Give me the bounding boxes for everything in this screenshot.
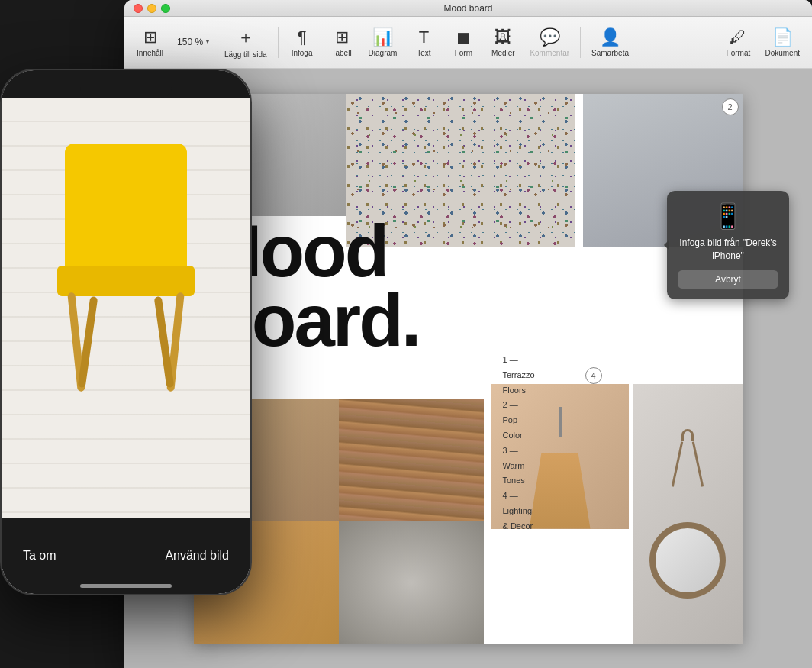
image-wood — [339, 399, 484, 521]
toolbar-tabell[interactable]: ⊞ Tabell — [323, 22, 361, 63]
iphone-body: Ta om Använd bild — [0, 69, 252, 595]
toolbar-innehall[interactable]: ⊞ Innehåll — [130, 22, 169, 63]
zoom-icon: 150 % ▼ — [177, 37, 211, 47]
zoom-arrow-icon: ▼ — [205, 38, 211, 45]
iphone-photo — [2, 98, 250, 545]
text-icon: T — [419, 27, 429, 47]
toolbar-dokument[interactable]: 📄 Dokument — [759, 22, 806, 63]
format-icon: 🖊 — [730, 27, 746, 47]
tabell-icon: ⊞ — [335, 27, 349, 47]
legend-item-3: 3 — Warm Tones — [503, 444, 535, 489]
legend-item-4: 4 — Lighting & Decor — [503, 489, 535, 534]
page-number-2: 2 — [722, 98, 739, 115]
dokument-label: Dokument — [765, 49, 800, 57]
toolbar-text[interactable]: T Text — [404, 22, 443, 63]
iphone-bottom-bar: Ta om Använd bild — [2, 518, 250, 594]
medier-icon: 🖼 — [495, 27, 511, 47]
diagram-icon: 📊 — [372, 27, 393, 47]
moodboard-grid: Mood Board. — [194, 94, 743, 644]
infoga-icon: ¶ — [298, 27, 307, 47]
infoga-label: Infoga — [292, 49, 313, 57]
format-label: Format — [727, 49, 751, 57]
mirror-circle — [649, 522, 726, 599]
kommentar-icon: 💬 — [540, 27, 560, 47]
toolbar-medier[interactable]: 🖼 Medier — [484, 22, 522, 63]
iphone-device: Ta om Använd bild — [0, 69, 252, 595]
toolbar-samarbeta[interactable]: 👤 Samarbeta — [585, 22, 635, 63]
toolbar-kommentar: 💬 Kommentar — [524, 22, 575, 63]
medier-label: Medier — [491, 49, 515, 57]
window-title: Mood board — [443, 3, 492, 14]
samarbeta-icon: 👤 — [600, 27, 620, 47]
chair-image — [2, 98, 250, 545]
traffic-lights — [134, 4, 170, 13]
toolbar-form[interactable]: ◼ Form — [444, 22, 482, 63]
toolbar-divider-2 — [580, 27, 581, 58]
minimize-button[interactable] — [147, 4, 156, 13]
moodboard-title-line1: Mood — [201, 216, 583, 286]
moodboard-title: Mood Board. — [194, 216, 583, 355]
image-area-bottom-right: 1 — Terrazzo Floors 2 — Pop Color 3 — Wa… — [491, 384, 743, 644]
lagg-till-sida-label: Lägg till sida — [224, 50, 267, 59]
toolbar-zoom[interactable]: 150 % ▼ — [171, 22, 217, 63]
innehall-icon: ⊞ — [143, 27, 157, 47]
text-label: Text — [417, 49, 430, 57]
title-bar: Mood board — [124, 0, 812, 17]
legend-item-1: 1 — Terrazzo Floors — [503, 353, 535, 398]
innehall-label: Innehåll — [137, 49, 163, 57]
toolbar-infoga[interactable]: ¶ Infoga — [283, 22, 321, 63]
toolbar: ⊞ Innehåll 150 % ▼ ＋ Lägg till sida ¶ In… — [124, 17, 812, 69]
dokument-icon: 📄 — [772, 27, 793, 47]
legend-container: 1 — Terrazzo Floors 2 — Pop Color 3 — Wa… — [495, 533, 504, 542]
tabell-label: Tabell — [332, 49, 352, 57]
form-label: Form — [455, 49, 472, 57]
iphone-use-button[interactable]: Använd bild — [165, 549, 229, 563]
iphone-retake-button[interactable]: Ta om — [23, 549, 56, 563]
iphone-notch — [80, 79, 172, 98]
toolbar-diagram[interactable]: 📊 Diagram — [362, 22, 404, 63]
kommentar-label: Kommentar — [530, 49, 569, 57]
image-rug — [339, 521, 484, 644]
diagram-label: Diagram — [369, 49, 398, 57]
iphone-popup-icon: 📱 — [678, 202, 778, 231]
form-icon: ◼ — [456, 27, 470, 47]
moodboard-legend: 1 — Terrazzo Floors 2 — Pop Color 3 — Wa… — [503, 353, 535, 534]
iphone-home-indicator — [80, 584, 172, 588]
toolbar-divider-1 — [278, 27, 279, 58]
image-mirror — [633, 384, 743, 644]
popup-cancel-button[interactable]: Avbryt — [678, 270, 778, 289]
legend-item-2: 2 — Pop Color — [503, 398, 535, 443]
fullscreen-button[interactable] — [161, 4, 170, 13]
iphone-screen: Ta om Använd bild — [2, 70, 250, 594]
moodboard-title-line2: Board. — [201, 286, 583, 355]
page-number-4: 4 — [585, 367, 602, 384]
insert-from-iphone-popup: 📱 Infoga bild från "Derek's iPhone" Avbr… — [667, 191, 789, 299]
zoom-value: 150 % — [177, 37, 203, 47]
add-page-icon: ＋ — [237, 26, 254, 49]
toolbar-format[interactable]: 🖊 Format — [719, 22, 757, 63]
popup-text: Infoga bild från "Derek's iPhone" — [678, 237, 778, 263]
toolbar-lagg-till-sida[interactable]: ＋ Lägg till sida — [218, 22, 273, 63]
close-button[interactable] — [134, 4, 143, 13]
samarbeta-label: Samarbeta — [591, 49, 629, 57]
pages-document[interactable]: Mood Board. — [194, 94, 743, 644]
